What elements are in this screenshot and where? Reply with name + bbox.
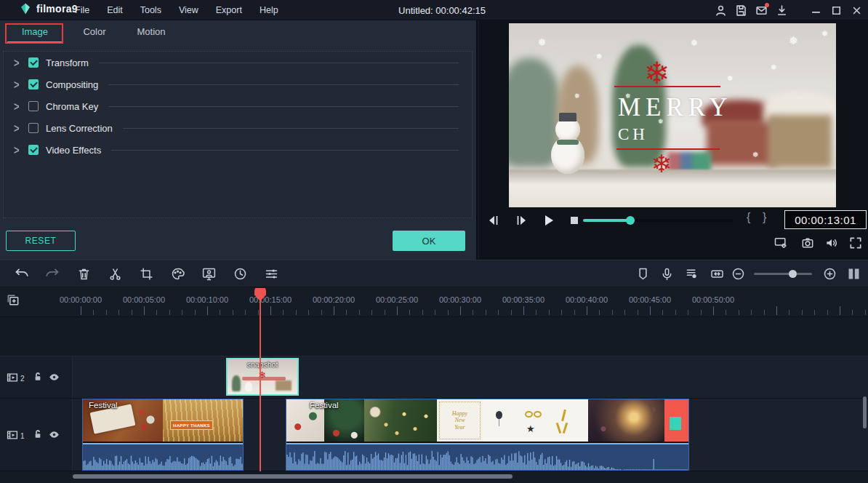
ruler-timestamp: 00:00:50:00 (692, 295, 734, 304)
account-icon[interactable] (714, 4, 728, 17)
speed-duration-icon[interactable] (233, 266, 248, 282)
expand-chevron-icon[interactable]: > (14, 77, 24, 92)
snapshot-clip[interactable]: snapshot (226, 358, 299, 396)
menu-help[interactable]: Help (260, 5, 278, 15)
color-palette-icon[interactable] (170, 266, 185, 282)
menu-export[interactable]: Export (216, 5, 242, 15)
record-voiceover-icon[interactable] (659, 266, 675, 282)
zoom-in-icon[interactable] (822, 266, 837, 282)
close-button[interactable] (850, 4, 864, 17)
split-scissors-icon[interactable] (108, 266, 123, 282)
timeline-ruler[interactable]: 00:00:00:0000:00:05:0000:00:10:0000:00:1… (0, 287, 868, 317)
row-divider (108, 106, 459, 107)
expand-chevron-icon[interactable]: > (14, 99, 24, 113)
audio-mixer-icon[interactable] (684, 266, 699, 282)
effect-checkbox[interactable] (28, 57, 39, 68)
messages-icon[interactable] (755, 4, 768, 17)
effect-checkbox[interactable] (28, 145, 39, 155)
dual-panel-toggle-icon[interactable] (846, 266, 861, 282)
expand-chevron-icon[interactable]: > (14, 121, 24, 135)
effect-row-transform: >Transform (4, 52, 472, 73)
row-divider (108, 84, 459, 85)
adjust-sliders-icon[interactable] (264, 266, 279, 282)
marker-icon[interactable] (635, 266, 651, 282)
toggle-visibility-icon[interactable] (48, 371, 60, 383)
expand-chevron-icon[interactable]: > (14, 143, 24, 157)
maximize-button[interactable] (829, 4, 843, 17)
snowman (547, 94, 589, 174)
snowflake-icon (596, 52, 602, 60)
delete-icon[interactable] (76, 266, 92, 282)
timeline-zoom-knob[interactable] (789, 270, 797, 278)
effect-row-video-effects: >Video Effects (4, 139, 472, 161)
mark-out-button[interactable]: } (763, 211, 766, 224)
timeline-zoom-slider[interactable] (754, 273, 812, 275)
ruler-timestamp: 00:00:05:00 (123, 295, 165, 304)
menu-view[interactable]: View (179, 5, 198, 15)
effect-row-compositing: >Compositing (4, 73, 472, 95)
effect-label: Video Effects (46, 145, 101, 156)
zoom-out-icon[interactable] (731, 266, 746, 282)
video-clip-festival-1[interactable]: Festival HAPPY THANKS (82, 399, 244, 471)
crop-icon[interactable] (139, 266, 154, 282)
menu-edit[interactable]: Edit (107, 5, 123, 15)
video-clip-festival-2[interactable]: HappyNewYear Festival (286, 399, 689, 471)
effect-checkbox[interactable] (28, 123, 39, 133)
clip-banner-text: HAPPY THANKS (170, 420, 213, 430)
seek-knob[interactable] (626, 216, 635, 225)
tab-image[interactable]: Image (7, 26, 63, 44)
snowflake-icon (538, 36, 547, 48)
play-button[interactable] (539, 212, 557, 229)
balloon-icon (496, 411, 502, 419)
snowflake-icon (821, 29, 828, 39)
vertical-scrollbar[interactable] (863, 396, 867, 428)
snowflake-icon (727, 74, 733, 82)
undo-icon[interactable] (14, 266, 29, 282)
next-frame-button[interactable] (513, 212, 530, 229)
ruler-timestamp: 00:00:25:00 (376, 295, 418, 304)
expand-chevron-icon[interactable]: > (14, 55, 24, 70)
seek-slider[interactable] (583, 219, 733, 222)
star-icon (526, 423, 535, 434)
effect-checkbox[interactable] (28, 79, 39, 89)
minimize-button[interactable] (809, 4, 823, 17)
blurred-house (707, 120, 776, 165)
clip-label: Festival (89, 401, 118, 410)
fullscreen-icon[interactable] (848, 236, 863, 250)
redo-icon[interactable] (45, 266, 60, 282)
snapshot-clip-label: snapshot (228, 360, 297, 369)
titlebar-icons (714, 0, 864, 20)
download-icon[interactable] (775, 4, 789, 17)
display-settings-icon[interactable] (773, 236, 788, 250)
horizontal-scrollbar[interactable] (73, 474, 513, 479)
menu-file[interactable]: File (75, 5, 89, 15)
toolbar (0, 260, 868, 287)
tab-color[interactable]: Color (69, 26, 120, 44)
snapshot-camera-icon[interactable] (800, 236, 815, 250)
toggle-visibility-icon[interactable] (48, 428, 60, 441)
video-preview[interactable]: MERRY CH (509, 23, 836, 207)
effect-checkbox[interactable] (28, 101, 39, 111)
lock-track-icon[interactable] (32, 371, 44, 383)
effects-panel: Image Color Motion >Transform>Compositin… (0, 20, 478, 260)
previous-frame-button[interactable] (485, 212, 502, 229)
motion-tracking-icon[interactable] (201, 266, 217, 282)
snowflake-icon (574, 92, 580, 100)
stop-button[interactable] (566, 212, 583, 229)
manage-tracks-icon[interactable] (6, 293, 20, 308)
track-1: 1 Festival HAPPY THANKS (0, 399, 868, 471)
clip-thumbnails: HappyNewYear (286, 399, 688, 442)
lock-track-icon[interactable] (32, 428, 44, 440)
mark-in-button[interactable]: { (747, 211, 750, 224)
timecode-display: 00:00:13:01 (784, 210, 867, 229)
red-snowflake-icon (644, 58, 670, 89)
ok-button[interactable]: OK (393, 231, 465, 251)
reset-button[interactable]: RESET (6, 231, 76, 251)
zoom-to-fit-icon[interactable] (710, 266, 725, 282)
effect-row-lens-correction: >Lens Correction (4, 117, 472, 139)
menu-tools[interactable]: Tools (140, 5, 161, 15)
tab-motion[interactable]: Motion (125, 26, 177, 44)
volume-icon[interactable] (824, 236, 839, 250)
track-1-header: 1 (0, 399, 73, 471)
save-project-icon[interactable] (734, 4, 748, 17)
